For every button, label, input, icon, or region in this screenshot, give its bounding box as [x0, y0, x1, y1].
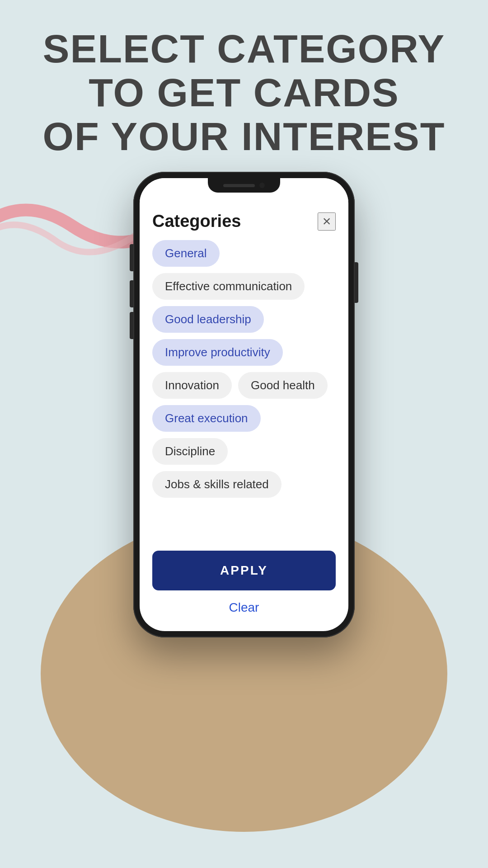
tag-effective-communication[interactable]: Effective communication	[152, 273, 305, 300]
tags-row-7: Discipline	[152, 438, 336, 465]
phone-notch	[208, 178, 280, 193]
tag-improve-productivity[interactable]: Improve productivity	[152, 339, 283, 366]
phone-body: Categories × General Effective communica…	[133, 172, 355, 637]
notch-speaker	[223, 184, 255, 187]
tags-row-1: General	[152, 240, 336, 267]
tag-general[interactable]: General	[152, 240, 220, 267]
tag-great-execution[interactable]: Great execution	[152, 405, 261, 432]
tags-row-4: Improve productivity	[152, 339, 336, 366]
tag-jobs-skills[interactable]: Jobs & skills related	[152, 471, 282, 498]
phone-screen: Categories × General Effective communica…	[140, 178, 348, 631]
modal-header: Categories ×	[152, 201, 336, 240]
tags-row-2: Effective communication	[152, 273, 336, 300]
page-heading: Select category to get CARDs of your int…	[0, 27, 488, 158]
tags-row-6: Great execution	[152, 405, 336, 432]
page-title-text: Select category to get CARDs of your int…	[27, 27, 461, 158]
modal-content: Categories × General Effective communica…	[140, 201, 348, 551]
notch-bar	[140, 178, 348, 201]
tag-good-leadership[interactable]: Good leadership	[152, 306, 264, 333]
notch-camera	[259, 183, 265, 188]
tag-good-health[interactable]: Good health	[238, 372, 328, 399]
tags-container: General Effective communication Good lea…	[152, 240, 336, 551]
tags-row-5: Innovation Good health	[152, 372, 336, 399]
clear-button[interactable]: Clear	[152, 600, 336, 615]
apply-button[interactable]: APPLY	[152, 551, 336, 590]
close-button[interactable]: ×	[318, 212, 336, 231]
tag-innovation[interactable]: Innovation	[152, 372, 232, 399]
phone-bottom-actions: APPLY Clear	[140, 551, 348, 631]
tags-row-8: Jobs & skills related	[152, 471, 336, 498]
phone-mockup: Categories × General Effective communica…	[133, 172, 355, 637]
tags-row-3: Good leadership	[152, 306, 336, 333]
modal-title: Categories	[152, 212, 241, 231]
tag-discipline[interactable]: Discipline	[152, 438, 228, 465]
